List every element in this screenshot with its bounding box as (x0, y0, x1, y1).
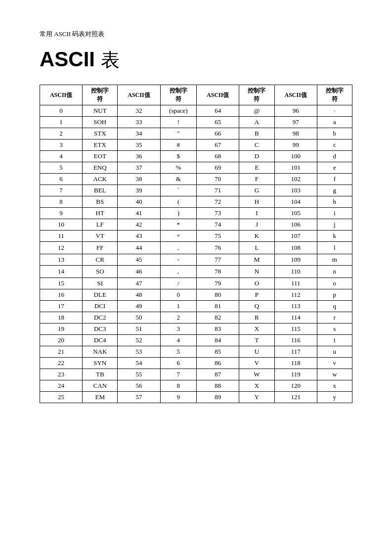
table-cell: p (317, 289, 352, 301)
table-cell: a (317, 117, 352, 128)
table-cell: 50 (118, 312, 160, 324)
col-header-1: ASCII值 (40, 85, 83, 105)
table-cell: ， (160, 266, 197, 278)
table-row: 25EM57989Y121y (40, 392, 352, 403)
table-cell: 115 (274, 324, 317, 335)
col-header-7: ASCII值 (274, 85, 317, 105)
table-cell: E (239, 162, 274, 174)
table-cell: w (317, 369, 352, 380)
table-row: 12FF44，76L108l (40, 242, 352, 254)
table-cell: 53 (118, 346, 160, 358)
table-cell: H (239, 196, 274, 208)
table-cell: 35 (118, 139, 160, 151)
table-row: 23TB55787W119w (40, 369, 352, 380)
table-cell: SI (83, 278, 118, 289)
table-cell: 6 (160, 358, 197, 369)
table-cell: 33 (118, 117, 160, 128)
table-cell: 24 (40, 380, 83, 392)
table-cell: ETX (83, 139, 118, 151)
table-cell: * (160, 219, 197, 231)
table-row: 19DC351383X115s (40, 324, 352, 335)
table-cell: W (239, 369, 274, 380)
table-cell: 105 (274, 208, 317, 219)
table-row: 7BEL39`71G103g (40, 185, 352, 196)
table-cell: U (239, 346, 274, 358)
table-cell: ` (160, 185, 197, 196)
table-cell: (space) (160, 105, 197, 117)
table-cell: 5 (160, 346, 197, 358)
table-cell: 70 (197, 174, 239, 185)
table-cell: 6 (40, 174, 83, 185)
table-cell: 71 (197, 185, 239, 196)
table-cell: 112 (274, 289, 317, 301)
table-cell: e (317, 162, 352, 174)
table-cell: f (317, 174, 352, 185)
table-cell: ) (160, 208, 197, 219)
table-cell: 100 (274, 151, 317, 162)
table-cell: K (239, 231, 274, 242)
table-cell: 81 (197, 301, 239, 312)
table-row: 21NAK53585U117u (40, 346, 352, 358)
table-cell: TB (83, 369, 118, 380)
table-cell: 84 (197, 335, 239, 346)
table-cell: 77 (197, 254, 239, 266)
table-cell: DC2 (83, 312, 118, 324)
table-cell: 43 (118, 231, 160, 242)
table-cell: 45 (118, 254, 160, 266)
table-cell: 79 (197, 278, 239, 289)
table-cell: V (239, 358, 274, 369)
table-cell: 107 (274, 231, 317, 242)
table-cell: 42 (118, 219, 160, 231)
table-cell: ″ (160, 128, 197, 139)
table-cell: 49 (118, 301, 160, 312)
table-cell: SYN (83, 358, 118, 369)
table-cell: 39 (118, 185, 160, 196)
table-cell: q (317, 301, 352, 312)
table-cell: 89 (197, 392, 239, 403)
col-header-5: ASCII值 (197, 85, 239, 105)
table-cell: 32 (118, 105, 160, 117)
table-row: 6ACK38&70F102f (40, 174, 352, 185)
table-cell: 56 (118, 380, 160, 392)
table-cell: 68 (197, 151, 239, 162)
table-row: 10LF42*74J106j (40, 219, 352, 231)
table-cell: DLE (83, 289, 118, 301)
table-cell: 76 (197, 242, 239, 254)
table-cell: 78 (197, 266, 239, 278)
table-row: 14SO46，78N110n (40, 266, 352, 278)
table-row: 4EOT36$68D100d (40, 151, 352, 162)
table-cell: 52 (118, 335, 160, 346)
table-cell: NUT (83, 105, 118, 117)
table-cell: J (239, 219, 274, 231)
table-cell: 9 (40, 208, 83, 219)
table-cell: BS (83, 196, 118, 208)
table-cell: 73 (197, 208, 239, 219)
table-cell: 44 (118, 242, 160, 254)
table-cell: 41 (118, 208, 160, 219)
table-cell: + (160, 231, 197, 242)
table-cell: 67 (197, 139, 239, 151)
table-cell: B (239, 128, 274, 139)
table-cell: X (239, 380, 274, 392)
table-row: 2STX34″66B98b (40, 128, 352, 139)
table-cell: 87 (197, 369, 239, 380)
col-header-6: 控制字符 (239, 85, 274, 105)
table-row: 5ENQ37%69E101e (40, 162, 352, 174)
table-cell: T (239, 335, 274, 346)
table-cell: 120 (274, 380, 317, 392)
table-cell: 0 (160, 289, 197, 301)
table-cell: DC4 (83, 335, 118, 346)
col-header-2: 控制字符 (83, 85, 118, 105)
table-cell: 121 (274, 392, 317, 403)
col-header-3: ASCII值 (118, 85, 160, 105)
table-row: 20DC452484T116t (40, 335, 352, 346)
table-cell: D (239, 151, 274, 162)
table-cell: M (239, 254, 274, 266)
table-cell: 18 (40, 312, 83, 324)
table-cell: CAN (83, 380, 118, 392)
table-cell: 25 (40, 392, 83, 403)
table-cell: 57 (118, 392, 160, 403)
table-cell: o (317, 278, 352, 289)
table-cell: 75 (197, 231, 239, 242)
table-cell: s (317, 324, 352, 335)
